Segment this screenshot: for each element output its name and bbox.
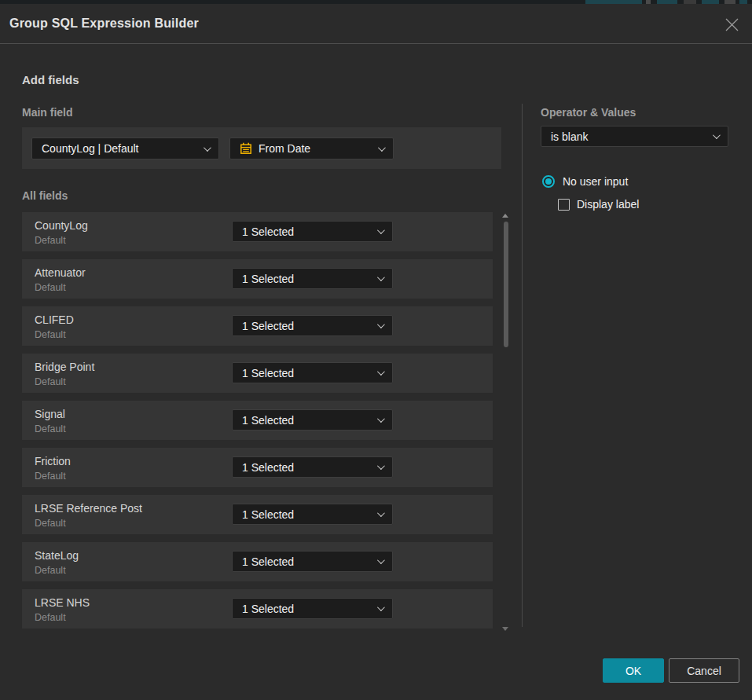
chevron-down-icon <box>377 273 385 281</box>
column-divider <box>522 104 523 627</box>
chevron-down-icon <box>713 131 721 139</box>
field-selection-dropdown[interactable]: 1 Selected <box>232 551 393 572</box>
field-row: Friction Default 1 Selected <box>22 448 493 487</box>
add-fields-heading: Add fields <box>22 73 79 86</box>
chevron-down-icon <box>377 462 385 470</box>
field-row: Signal Default 1 Selected <box>22 401 493 440</box>
sql-expression-builder-dialog: Group SQL Expression Builder Add fields … <box>0 4 752 700</box>
field-selection-dropdown[interactable]: 1 Selected <box>232 504 393 525</box>
radio-label: No user input <box>563 175 628 188</box>
main-field-label: Main field <box>22 106 73 119</box>
scrollbar-down-arrow[interactable] <box>502 627 508 631</box>
field-selection-dropdown[interactable]: 1 Selected <box>232 268 393 289</box>
all-fields-label: All fields <box>22 189 68 202</box>
field-selection-value: 1 Selected <box>242 225 377 238</box>
field-selection-value: 1 Selected <box>242 367 377 379</box>
field-row: Attenuator Default 1 Selected <box>22 259 493 299</box>
checkbox-label: Display label <box>577 198 639 211</box>
chevron-down-icon <box>377 321 385 328</box>
chevron-down-icon <box>204 144 211 152</box>
field-row: Bridge Point Default 1 Selected <box>22 354 493 393</box>
field-row: LRSE NHS Default 1 Selected <box>22 589 493 629</box>
field-selection-dropdown[interactable]: 1 Selected <box>232 362 393 383</box>
field-select-value: From Date <box>259 142 372 155</box>
no-user-input-radio[interactable]: No user input <box>542 175 628 188</box>
field-selection-value: 1 Selected <box>242 320 377 332</box>
field-selection-value: 1 Selected <box>242 273 377 285</box>
field-selection-value: 1 Selected <box>242 461 377 474</box>
ok-button[interactable]: OK <box>603 658 664 683</box>
field-selection-value: 1 Selected <box>242 555 377 568</box>
close-button[interactable] <box>721 13 743 35</box>
chevron-down-icon <box>377 415 385 423</box>
layer-select-value: CountyLog | Default <box>42 142 204 155</box>
chevron-down-icon <box>377 368 385 376</box>
field-selection-dropdown[interactable]: 1 Selected <box>232 456 393 478</box>
chevron-down-icon <box>378 144 386 152</box>
all-fields-list: CountyLog Default 1 Selected Attenuator … <box>22 212 493 636</box>
field-selection-value: 1 Selected <box>242 414 377 427</box>
field-selection-dropdown[interactable]: 1 Selected <box>232 409 393 431</box>
operator-values-label: Operator & Values <box>541 106 636 119</box>
main-field-field-select[interactable]: From Date <box>229 137 394 159</box>
scrollbar-thumb[interactable] <box>504 222 508 347</box>
operator-select[interactable]: is blank <box>541 126 728 147</box>
screen: Group SQL Expression Builder Add fields … <box>0 0 752 700</box>
chevron-down-icon <box>377 556 385 564</box>
field-selection-dropdown[interactable]: 1 Selected <box>232 598 393 619</box>
field-selection-value: 1 Selected <box>242 508 377 521</box>
operator-select-value: is blank <box>551 130 713 143</box>
field-selection-value: 1 Selected <box>242 603 377 615</box>
display-label-checkbox[interactable]: Display label <box>558 198 639 211</box>
chevron-down-icon <box>377 509 385 517</box>
field-selection-dropdown[interactable]: 1 Selected <box>232 221 393 242</box>
field-row: LRSE Reference Post Default 1 Selected <box>22 495 493 534</box>
dialog-titlebar: Group SQL Expression Builder <box>0 4 752 44</box>
main-field-layer-select[interactable]: CountyLog | Default <box>31 137 219 159</box>
field-row: CLIFED Default 1 Selected <box>22 306 493 346</box>
field-row: CountyLog Default 1 Selected <box>22 212 493 251</box>
radio-icon <box>542 175 555 188</box>
calendar-date-icon <box>240 142 252 155</box>
cancel-button[interactable]: Cancel <box>669 658 739 683</box>
field-selection-dropdown[interactable]: 1 Selected <box>232 315 393 336</box>
scrollbar-up-arrow[interactable] <box>502 214 508 218</box>
chevron-down-icon <box>377 603 385 611</box>
close-icon <box>725 18 739 31</box>
dialog-title: Group SQL Expression Builder <box>9 16 199 31</box>
field-row: StateLog Default 1 Selected <box>22 542 493 581</box>
checkbox-icon <box>558 199 570 211</box>
chevron-down-icon <box>377 226 385 234</box>
